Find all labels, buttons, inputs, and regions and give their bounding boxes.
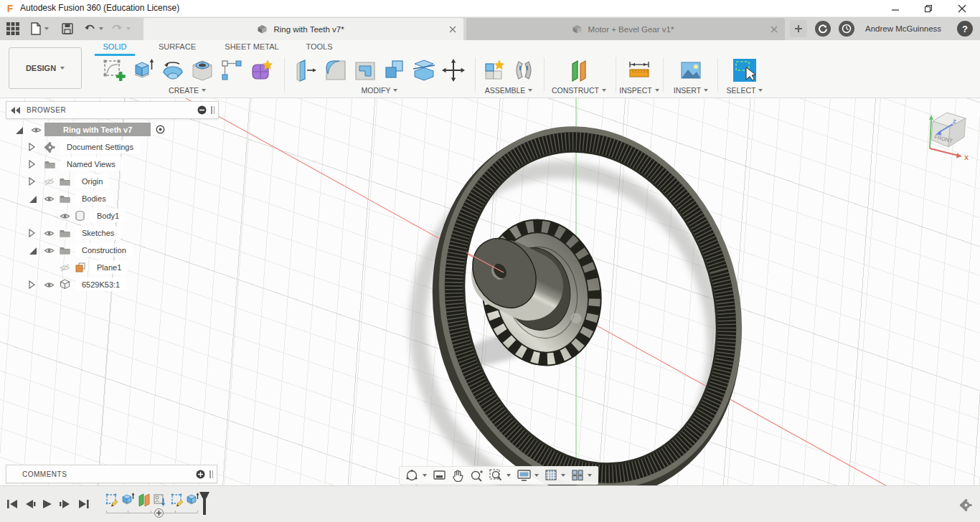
add-comment-icon[interactable]	[196, 470, 205, 479]
timeline-position-marker[interactable]	[199, 492, 210, 515]
viewport[interactable]: X Z FRONT BROWSER Ring with Teeth v7	[0, 98, 980, 485]
new-component-button[interactable]	[482, 58, 507, 82]
panel-grip-handle[interactable]	[211, 106, 215, 114]
minimize-button[interactable]	[880, 0, 911, 16]
browser-item-label[interactable]: Construction	[75, 243, 133, 257]
revolve-button[interactable]	[161, 58, 185, 82]
rectangular-pattern-button[interactable]	[220, 58, 244, 82]
browser-row-6529k53[interactable]: 6529K53:1	[0, 277, 215, 293]
zoom-icon[interactable]	[470, 470, 483, 482]
timeline-feature-insert-derive[interactable]	[153, 493, 166, 508]
timeline-feature-sketch[interactable]	[105, 493, 119, 508]
panel-grip-handle[interactable]	[209, 470, 213, 478]
visibility-eye-icon[interactable]	[44, 281, 55, 289]
shell-button[interactable]	[353, 58, 377, 82]
orbit-caret-icon[interactable]	[423, 474, 427, 477]
press-pull-button[interactable]	[294, 58, 319, 82]
close-button[interactable]	[946, 0, 978, 16]
play-button[interactable]	[43, 500, 52, 508]
viewports-icon[interactable]	[572, 470, 584, 481]
redo-button[interactable]	[110, 20, 131, 37]
visibility-eye-icon[interactable]	[44, 195, 55, 203]
collapsed-arrow-icon[interactable]	[29, 143, 35, 151]
timeline-settings-gear-icon[interactable]	[960, 499, 972, 511]
collapsed-arrow-icon[interactable]	[29, 229, 35, 237]
orbit-icon[interactable]	[405, 469, 419, 482]
pan-hand-icon[interactable]	[452, 470, 463, 482]
browser-row-bodies[interactable]: Bodies	[0, 191, 215, 207]
browser-item-label[interactable]: Origin	[75, 174, 109, 188]
browser-item-label[interactable]: Plane1	[90, 260, 128, 274]
visibility-eye-off-icon[interactable]	[60, 264, 70, 272]
timeline-feature-sketch[interactable]	[171, 493, 184, 508]
panel-collapse-circle-icon[interactable]	[197, 105, 207, 115]
expanded-arrow-icon[interactable]	[29, 195, 37, 203]
help-button[interactable]: ?	[957, 21, 973, 37]
construction-plane-button[interactable]	[567, 58, 591, 82]
split-body-button[interactable]	[412, 58, 436, 82]
user-name[interactable]: Andrew McGuinness	[865, 24, 941, 33]
browser-row-plane1[interactable]: Plane1	[0, 260, 215, 275]
move-copy-button[interactable]	[441, 58, 466, 82]
visibility-eye-icon[interactable]	[44, 229, 55, 237]
browser-row-root[interactable]: Ring with Teeth v7	[0, 122, 215, 138]
browser-row-sketches[interactable]: Sketches	[0, 225, 215, 241]
skip-to-end-button[interactable]	[79, 500, 89, 508]
look-at-icon[interactable]	[433, 470, 446, 481]
display-caret-icon[interactable]	[534, 474, 539, 477]
restore-button[interactable]	[913, 0, 944, 16]
visibility-eye-icon[interactable]	[44, 247, 55, 255]
viewports-caret-icon[interactable]	[588, 474, 592, 477]
tab-solid[interactable]: SOLID	[95, 42, 135, 54]
document-tab-active[interactable]: Ring with Teeth v7*	[143, 18, 463, 40]
collapsed-arrow-icon[interactable]	[29, 177, 35, 186]
browser-row-construction[interactable]: Construction	[0, 242, 215, 258]
joint-button[interactable]	[512, 58, 536, 82]
document-tab-inactive[interactable]: Motor + Bevel Gear v1*	[466, 18, 785, 40]
grid-settings-icon[interactable]	[545, 470, 557, 481]
group-dropdown-inspect[interactable]: INSPECT	[618, 86, 660, 95]
step-forward-button[interactable]	[60, 500, 70, 508]
skip-to-start-button[interactable]	[7, 500, 17, 508]
expanded-arrow-icon[interactable]	[15, 126, 23, 134]
comments-panel-header[interactable]: COMMENTS	[6, 465, 217, 483]
tab-close-icon[interactable]	[771, 26, 778, 33]
group-dropdown-assemble[interactable]: ASSEMBLE	[478, 86, 540, 95]
timeline-feature-extrude[interactable]	[121, 493, 135, 508]
visibility-eye-off-icon[interactable]	[44, 178, 55, 186]
workspace-selector[interactable]: DESIGN	[9, 47, 82, 89]
tab-tools[interactable]: TOOLS	[303, 42, 336, 54]
timeline-feature-construction-plane[interactable]	[137, 493, 151, 508]
browser-row-named-views[interactable]: Named Views	[0, 156, 215, 172]
insert-image-button[interactable]	[679, 58, 703, 82]
tab-close-icon[interactable]	[449, 26, 456, 33]
display-settings-icon[interactable]	[517, 470, 531, 481]
browser-item-label[interactable]: Named Views	[60, 157, 122, 171]
combine-button[interactable]	[382, 58, 407, 82]
origin-point-marker[interactable]	[572, 314, 581, 323]
undo-button[interactable]	[83, 20, 103, 37]
browser-panel-header[interactable]: BROWSER	[6, 101, 219, 119]
browser-item-label[interactable]: Ring with Teeth v7	[44, 123, 151, 136]
collapsed-arrow-icon[interactable]	[29, 160, 35, 169]
group-dropdown-create[interactable]: CREATE	[93, 86, 281, 95]
hole-button[interactable]	[190, 58, 215, 82]
notifications-button[interactable]	[839, 21, 854, 37]
browser-item-label[interactable]: Document Settings	[60, 140, 140, 153]
new-tab-button[interactable]	[790, 20, 807, 37]
group-dropdown-modify[interactable]: MODIFY	[287, 86, 472, 95]
expanded-arrow-icon[interactable]	[29, 247, 37, 255]
create-form-button[interactable]	[249, 58, 273, 82]
job-status-button[interactable]	[815, 21, 831, 37]
browser-item-label[interactable]: Bodies	[75, 191, 113, 205]
timeline-feature-extrude[interactable]	[186, 493, 199, 508]
collapsed-arrow-icon[interactable]	[29, 280, 35, 289]
fit-zoom-icon[interactable]	[489, 469, 503, 482]
browser-item-label[interactable]: Body1	[90, 209, 126, 222]
step-back-button[interactable]	[26, 500, 35, 508]
extrude-button[interactable]	[131, 58, 156, 82]
select-button[interactable]	[732, 58, 757, 82]
fillet-button[interactable]	[324, 58, 348, 82]
browser-item-label[interactable]: Sketches	[75, 226, 121, 239]
view-cube[interactable]: X Z FRONT	[917, 103, 977, 163]
